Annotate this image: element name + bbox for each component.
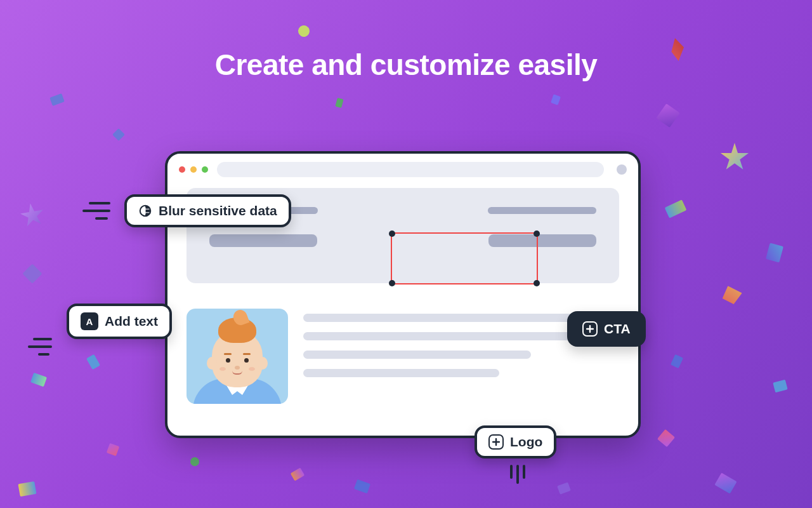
add-text-pill[interactable]: A Add text [67,304,172,339]
confetti-piece [296,23,312,39]
confetti-piece [49,93,65,106]
page-title: Create and customize easily [0,48,812,82]
confetti-piece [720,143,749,172]
confetti-piece [657,429,675,447]
confetti-piece [22,264,42,283]
cta-pill[interactable]: CTA [567,311,646,347]
confetti-piece [107,443,120,457]
motion-lines-icon [28,338,52,356]
confetti-piece [335,98,343,108]
confetti-piece [665,200,687,218]
avatar [187,309,288,404]
motion-lines-icon [82,202,110,220]
confetti-piece [190,457,199,466]
header-col-right [416,207,596,283]
minimize-icon[interactable] [190,166,197,173]
tab-indicator-icon [617,164,627,175]
skeleton-line [303,369,499,377]
text-icon: A [81,312,98,330]
body-section [187,309,619,404]
confetti-piece [551,94,561,105]
add-text-pill-label: Add text [105,314,158,329]
confetti-piece [766,243,783,263]
blur-pill-label: Blur sensitive data [159,203,277,218]
confetti-piece [714,472,737,493]
skeleton-line [488,207,596,214]
confetti-piece [671,354,683,368]
confetti-piece [773,380,787,393]
confetti-piece [112,128,125,141]
confetti-piece [18,481,36,497]
window-controls [179,166,208,173]
logo-pill[interactable]: Logo [475,425,556,458]
maximize-icon[interactable] [202,166,208,173]
close-icon[interactable] [179,166,185,173]
skeleton-line [209,234,317,247]
confetti-piece [86,354,100,370]
blur-pill[interactable]: Blur sensitive data [124,194,291,227]
skeleton-line [303,351,531,359]
logo-pill-label: Logo [510,434,542,450]
plus-icon [488,434,504,450]
confetti-piece [18,201,46,229]
cta-pill-label: CTA [604,321,631,337]
confetti-piece [557,482,571,494]
confetti-piece [716,284,744,307]
confetti-piece [354,479,370,494]
motion-lines-icon [510,465,525,484]
url-bar[interactable] [217,162,604,177]
skeleton-line [303,332,594,340]
confetti-piece [656,104,679,128]
confetti-piece [291,467,305,481]
browser-titlebar [167,154,638,185]
skeleton-line [488,234,596,247]
blur-icon [138,204,152,218]
plus-icon [582,321,598,337]
confetti-piece [30,373,47,387]
